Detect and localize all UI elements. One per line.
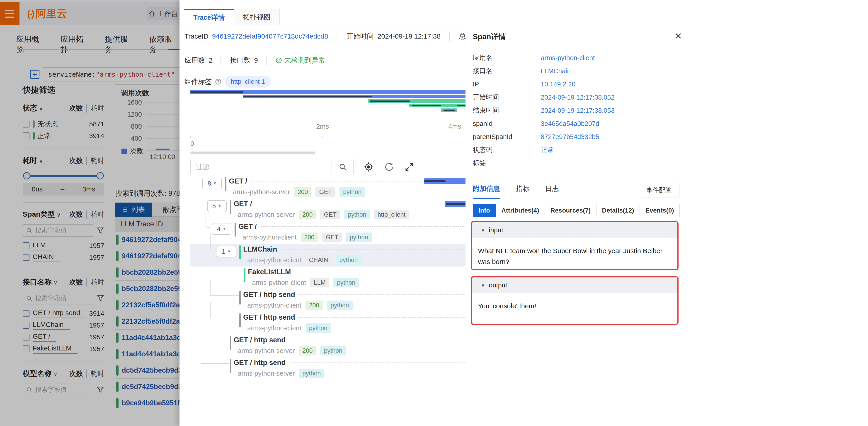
expand-icon[interactable]	[404, 162, 414, 172]
span-tag: 200	[294, 187, 311, 197]
detail-tab-3[interactable]: 日志	[545, 184, 559, 198]
component-tags-label: 组件标签	[184, 77, 212, 86]
close-icon[interactable]: ✕	[675, 31, 682, 41]
span-accent-bar	[235, 223, 236, 236]
tree-connector	[215, 257, 244, 273]
minimap-busy-segment	[443, 110, 455, 111]
event-config-button[interactable]: 事件配置	[639, 183, 679, 198]
detail-tab-1[interactable]: 附加信息	[473, 184, 500, 199]
field-label: parentSpanId	[473, 133, 541, 141]
tab-topology-view[interactable]: 拓扑视图	[234, 9, 280, 25]
field-value[interactable]: 8727e97b54d332b5	[541, 133, 599, 141]
subtab-events-0-[interactable]: Events(0)	[640, 204, 680, 217]
output-section: ∨ output You 'console' them!	[471, 276, 679, 325]
span-tag: 200	[299, 346, 316, 356]
tab-trace-detail[interactable]: Trace详情	[184, 9, 234, 25]
collapse-badge[interactable]: 4▼	[212, 223, 231, 235]
detail-tab-2[interactable]: 指标	[516, 184, 529, 198]
service-name: arms-python-client	[247, 324, 302, 332]
span-detail-panel: Span详情 ✕ 应用名arms-python-client接口名LLMChai…	[465, 0, 688, 426]
span-tag: python	[320, 346, 346, 356]
interfaces-label: 接口数	[230, 56, 250, 65]
field-value[interactable]: 3e465da54a0b207d	[541, 120, 599, 127]
span-accent-bar	[230, 336, 231, 350]
check-circle-icon	[275, 57, 282, 64]
tree-connector	[210, 280, 239, 295]
span-name[interactable]: GET /	[234, 200, 252, 208]
span-meta-line: arms-python-clientCHAINpython	[247, 255, 362, 265]
refresh-icon[interactable]	[384, 162, 394, 172]
minimap-span-segment	[441, 108, 457, 112]
span-filter-input[interactable]: 过滤	[190, 159, 353, 175]
triangle-down-icon: ▼	[227, 249, 231, 254]
service-name: arms-python-client	[247, 256, 302, 264]
span-meta-line: arms-python-client200python	[247, 300, 353, 311]
field-value[interactable]: LLMChain	[541, 67, 571, 75]
apps-label: 应用数	[184, 56, 205, 65]
component-tag-pill[interactable]: http_client 1	[225, 76, 271, 88]
locate-target-icon[interactable]	[364, 162, 374, 172]
span-name[interactable]: GET /	[239, 223, 257, 231]
span-accent-bar	[230, 200, 231, 214]
span-name[interactable]: LLMChain	[243, 245, 277, 253]
detail-field-row: parentSpanId8727e97b54d332b5	[473, 130, 681, 143]
input-section-header[interactable]: ∨ input	[472, 222, 677, 238]
detail-field-row: IP10.149.2.20	[473, 78, 681, 91]
no-anomaly-status: 未检测到异常	[275, 56, 325, 65]
span-name[interactable]: GET / http send	[243, 291, 295, 299]
span-accent-bar	[244, 268, 245, 282]
collapse-badge[interactable]: 1▼	[217, 246, 236, 257]
field-label: 开始时间	[473, 93, 541, 102]
subtab-details-12-[interactable]: Details(12)	[596, 204, 640, 217]
service-name: arms-python-client	[247, 302, 302, 309]
scrollbar-thumb[interactable]	[190, 151, 315, 154]
output-section-header[interactable]: ∨ output	[472, 277, 677, 293]
span-accent-bar	[225, 177, 226, 191]
span-name[interactable]: GET / http send	[234, 336, 285, 344]
minimap-busy-segment	[243, 96, 372, 97]
field-value[interactable]: 正常	[541, 145, 554, 154]
span-name[interactable]: GET / http send	[234, 359, 285, 367]
search-button[interactable]	[332, 159, 353, 175]
span-meta-line: arms-python-client200GETpython	[243, 232, 372, 243]
collapse-badge[interactable]: 5▼	[207, 200, 227, 212]
minimap-busy-segment	[190, 91, 243, 93]
axis-tick-label: 2ms	[316, 122, 329, 130]
field-value[interactable]: 10.149.2.20	[541, 81, 576, 88]
span-tag: LLM	[310, 278, 330, 287]
span-tag: python	[336, 255, 362, 265]
axis-tick	[322, 136, 323, 138]
input-section-content: What NFL team won the Super Bowl in the …	[472, 238, 677, 270]
span-name[interactable]: GET / http send	[243, 313, 295, 321]
field-label: 应用名	[473, 53, 541, 62]
span-tag: python	[333, 278, 359, 287]
span-tag: python	[306, 323, 331, 333]
trace-stats-row: 应用数 2 │ 接口数 9 │ 未检测到异常	[184, 54, 325, 67]
span-name[interactable]: GET /	[229, 177, 247, 185]
detail-field-row: 开始时间2024-09-19 12:17:38.052	[473, 91, 681, 104]
search-icon	[339, 163, 347, 171]
help-icon[interactable]	[215, 78, 222, 85]
axis-start-label: 0	[190, 140, 194, 147]
field-value[interactable]: 2024-09-19 12:17:38.053	[541, 107, 615, 114]
span-tag: 200	[299, 210, 316, 219]
traceid-label: TraceID	[184, 32, 209, 40]
span-name[interactable]: FakeListLLM	[248, 268, 291, 276]
tree-connector	[210, 234, 216, 250]
field-value[interactable]: arms-python-client	[541, 54, 595, 62]
start-time-label: 开始时间	[346, 32, 374, 41]
span-meta-line: arms-python-serverpython	[238, 368, 324, 378]
field-value[interactable]: 2024-09-19 12:17:38.052	[541, 94, 615, 101]
subtab-info[interactable]: Info	[473, 204, 496, 217]
collapse-badge[interactable]: 8▼	[203, 178, 222, 190]
span-tag: GET	[320, 210, 340, 219]
subtab-resources-7-[interactable]: Resources(7)	[545, 204, 596, 217]
subtab-attributes-4-[interactable]: Attributes(4)	[496, 204, 545, 217]
field-label: spanId	[473, 120, 541, 127]
field-label: 接口名	[473, 66, 541, 76]
tree-connector	[201, 325, 229, 341]
traceid-value[interactable]: 94619272defaf904077c718dc74edcd8	[212, 32, 328, 40]
start-time-value: 2024-09-19 12:17:38	[378, 32, 441, 40]
axis-tick	[455, 136, 455, 138]
busy-segment	[424, 180, 445, 182]
